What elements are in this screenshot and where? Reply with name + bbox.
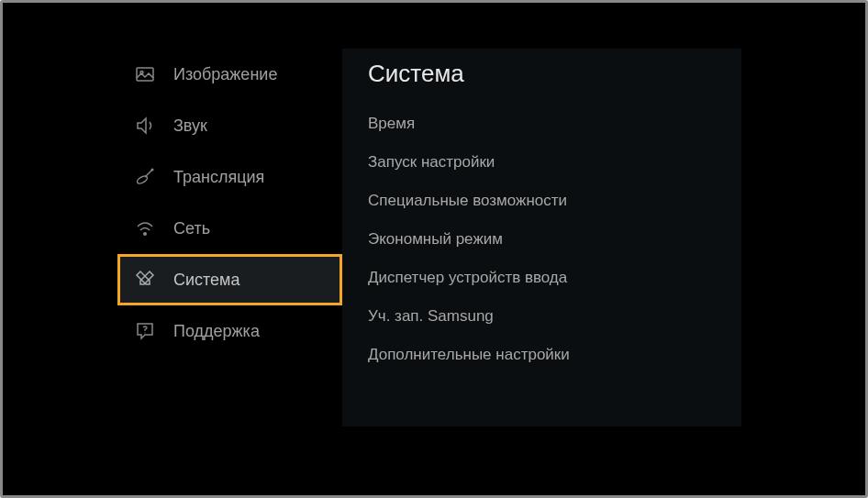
content-item-device-manager[interactable]: Диспетчер устройств ввода [368,259,741,297]
sidebar-item-label: Поддержка [173,322,260,341]
content-panel: Система Время Запуск настройки Специальн… [342,49,741,426]
sidebar-item-label: Изображение [173,65,277,84]
svg-line-3 [145,170,152,177]
content-item-eco[interactable]: Экономный режим [368,220,741,259]
content-item-time[interactable]: Время [368,105,741,143]
svg-point-4 [151,169,154,172]
sidebar: Изображение Звук Трансляция Сеть [117,49,342,481]
picture-icon [133,62,157,86]
sidebar-item-label: Система [173,271,240,290]
svg-rect-0 [137,68,153,81]
sidebar-item-label: Звук [173,116,207,136]
network-icon [133,216,157,240]
tv-screen: Изображение Звук Трансляция Сеть [17,17,851,481]
content-title: Система [368,49,741,105]
sidebar-item-system[interactable]: Система [117,254,342,305]
system-icon [133,268,157,292]
support-icon [133,319,157,343]
broadcast-icon [133,165,157,189]
content-item-accessibility[interactable]: Специальные возможности [368,182,741,220]
sidebar-item-picture[interactable]: Изображение [117,49,342,100]
svg-point-5 [143,232,147,236]
sound-icon [133,114,157,138]
sidebar-item-broadcast[interactable]: Трансляция [117,151,342,203]
svg-point-6 [144,332,145,333]
content-item-setup[interactable]: Запуск настройки [368,143,741,182]
content-item-additional-settings[interactable]: Дополнительные настройки [368,336,741,374]
sidebar-item-sound[interactable]: Звук [117,100,342,151]
sidebar-item-label: Сеть [173,219,210,238]
tv-frame: Изображение Звук Трансляция Сеть [0,0,868,498]
sidebar-item-label: Трансляция [173,168,264,187]
sidebar-item-network[interactable]: Сеть [117,203,342,254]
content-item-samsung-account[interactable]: Уч. зап. Samsung [368,297,741,336]
sidebar-item-support[interactable]: Поддержка [117,305,342,357]
